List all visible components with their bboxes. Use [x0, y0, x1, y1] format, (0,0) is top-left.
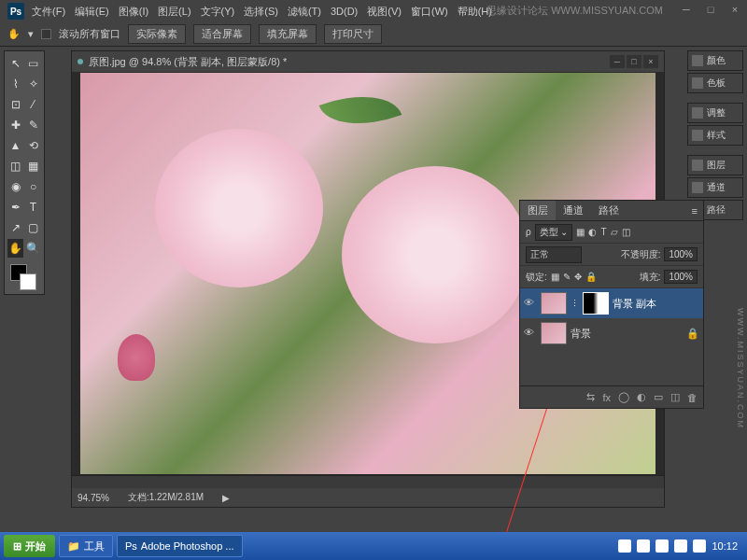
doc-size[interactable]: 文档:1.22M/2.81M: [128, 491, 204, 504]
type-tool[interactable]: T: [25, 198, 41, 217]
tray-icon[interactable]: [655, 539, 669, 553]
tray-icon[interactable]: [637, 539, 650, 553]
marquee-tool[interactable]: ▭: [25, 54, 41, 73]
dodge-tool[interactable]: ○: [25, 177, 41, 196]
start-button[interactable]: ⊞ 开始: [4, 535, 55, 557]
workspace: ↖▭ ⌇✧ ⊡⁄ ✚✎ ▲⟲ ◫▦ ◉○ ✒T ↗▢ ✋🔍 原图.jpg @ 9…: [0, 47, 747, 530]
hand-tool[interactable]: ✋: [7, 239, 23, 258]
layer-name[interactable]: 背景 副本: [613, 297, 656, 311]
scroll-all-checkbox[interactable]: [41, 29, 51, 39]
filter-pixel-icon[interactable]: ▦: [576, 227, 585, 237]
color-swatches[interactable]: [7, 262, 42, 292]
actual-pixels-button[interactable]: 实际像素: [128, 24, 186, 44]
background-swatch[interactable]: [20, 273, 36, 290]
hand-tool-icon[interactable]: ✋: [7, 28, 21, 40]
new-layer-icon[interactable]: ◫: [670, 391, 680, 403]
tray-icon[interactable]: [618, 539, 631, 553]
clock[interactable]: 10:12: [712, 540, 738, 552]
panel-adjustments[interactable]: 调整: [687, 103, 743, 123]
history-brush-tool[interactable]: ⟲: [25, 136, 41, 155]
print-size-button[interactable]: 打印尺寸: [324, 24, 382, 44]
ps-icon: Ps: [125, 540, 137, 552]
zoom-tool[interactable]: 🔍: [25, 239, 41, 258]
menu-3d[interactable]: 3D(D): [331, 6, 358, 17]
pen-tool[interactable]: ✒: [7, 198, 23, 217]
layer-thumbnail[interactable]: [541, 322, 567, 344]
lock-all-icon[interactable]: 🔒: [585, 272, 597, 282]
filter-type-icon[interactable]: T: [600, 227, 606, 237]
adjustment-icon[interactable]: ◐: [637, 391, 646, 403]
tab-layers[interactable]: 图层: [520, 201, 556, 220]
taskbar-item-tools[interactable]: 📁 工具: [59, 535, 113, 557]
link-icon[interactable]: ⋮: [571, 299, 579, 308]
menu-edit[interactable]: 编辑(E): [75, 5, 109, 19]
shape-tool[interactable]: ▢: [25, 218, 41, 237]
maximize-button[interactable]: □: [698, 0, 723, 19]
path-tool[interactable]: ↗: [7, 218, 23, 237]
zoom-level[interactable]: 94.75%: [78, 493, 109, 503]
wand-tool[interactable]: ✧: [25, 75, 41, 93]
menu-image[interactable]: 图像(I): [119, 5, 148, 19]
filter-kind-select[interactable]: 类型 ⌄: [535, 224, 573, 241]
horizontal-scrollbar[interactable]: [72, 475, 664, 488]
tray-icon[interactable]: [693, 539, 706, 553]
eraser-tool[interactable]: ◫: [7, 157, 23, 175]
menu-type[interactable]: 文字(Y): [201, 5, 235, 19]
filter-smart-icon[interactable]: ◫: [622, 227, 630, 237]
menu-view[interactable]: 视图(V): [367, 5, 402, 19]
layer-thumbnail[interactable]: [541, 292, 567, 315]
document-titlebar[interactable]: 原图.jpg @ 94.8% (背景 副本, 图层蒙版/8) * ─ □ ×: [72, 51, 664, 72]
tray-icon[interactable]: [674, 539, 687, 553]
panel-layers[interactable]: 图层: [687, 155, 743, 175]
move-tool[interactable]: ↖: [7, 54, 23, 73]
group-icon[interactable]: ▭: [654, 391, 663, 403]
layer-item-copy[interactable]: 👁 ⋮ 背景 副本: [520, 288, 703, 318]
menu-select[interactable]: 选择(S): [244, 5, 278, 19]
heal-tool[interactable]: ✚: [7, 116, 23, 134]
lock-transparent-icon[interactable]: ▦: [551, 272, 559, 282]
doc-minimize[interactable]: ─: [610, 55, 625, 68]
blend-mode-select[interactable]: 正常: [526, 246, 582, 263]
blur-tool[interactable]: ◉: [7, 177, 23, 196]
doc-close[interactable]: ×: [643, 55, 658, 68]
taskbar-item-photoshop[interactable]: Ps Adobe Photoshop ...: [117, 535, 243, 557]
menu-window[interactable]: 窗口(W): [411, 5, 448, 19]
stamp-tool[interactable]: ▲: [7, 136, 23, 155]
layer-name[interactable]: 背景: [571, 327, 591, 341]
menu-filter[interactable]: 滤镜(T): [288, 5, 321, 19]
menu-file[interactable]: 文件(F): [32, 5, 65, 19]
close-button[interactable]: ×: [723, 0, 747, 19]
lasso-tool[interactable]: ⌇: [7, 75, 23, 93]
panel-menu-icon[interactable]: ≡: [686, 205, 703, 217]
lock-position-icon[interactable]: ✥: [574, 272, 582, 282]
lock-pixels-icon[interactable]: ✎: [563, 272, 571, 282]
minimize-button[interactable]: ─: [674, 0, 698, 19]
delete-icon[interactable]: 🗑: [687, 392, 698, 403]
system-tray[interactable]: 10:12: [613, 539, 743, 553]
filter-adjust-icon[interactable]: ◐: [588, 227, 597, 237]
eyedropper-tool[interactable]: ⁄: [25, 95, 41, 114]
tab-channels[interactable]: 通道: [556, 201, 591, 220]
panel-color[interactable]: 颜色: [687, 50, 743, 71]
panel-channels[interactable]: 通道: [687, 177, 743, 198]
gradient-tool[interactable]: ▦: [25, 157, 41, 175]
link-layers-icon[interactable]: ⇆: [586, 391, 595, 403]
fill-screen-button[interactable]: 填充屏幕: [259, 24, 317, 44]
menu-layer[interactable]: 图层(L): [158, 5, 190, 19]
doc-maximize[interactable]: □: [627, 55, 641, 68]
mask-thumbnail[interactable]: [583, 292, 609, 315]
panel-swatches[interactable]: 色板: [687, 73, 743, 93]
filter-shape-icon[interactable]: ▱: [611, 227, 618, 237]
brush-tool[interactable]: ✎: [25, 116, 41, 134]
layer-item-bg[interactable]: 👁 背景 🔒: [520, 318, 703, 348]
opacity-input[interactable]: 100%: [664, 247, 698, 261]
visibility-icon[interactable]: 👁: [524, 297, 537, 310]
fit-screen-button[interactable]: 适合屏幕: [193, 24, 251, 44]
mask-icon[interactable]: ◯: [618, 391, 629, 403]
crop-tool[interactable]: ⊡: [7, 95, 23, 114]
fx-icon[interactable]: fx: [602, 392, 611, 403]
panel-styles[interactable]: 样式: [687, 125, 743, 146]
fill-input[interactable]: 100%: [664, 270, 698, 284]
visibility-icon[interactable]: 👁: [524, 327, 537, 340]
tab-paths[interactable]: 路径: [591, 201, 627, 220]
